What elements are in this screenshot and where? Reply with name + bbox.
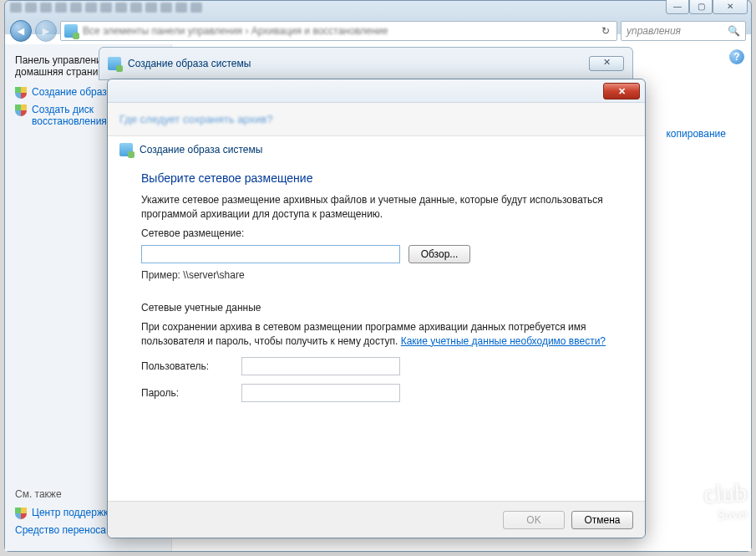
credentials-label: Сетевые учетные данные xyxy=(141,301,611,315)
shield-icon xyxy=(15,105,27,116)
blurred-heading: Где следует сохранять архив? xyxy=(119,113,272,125)
search-icon: 🔍 xyxy=(728,25,740,37)
dialog-intro: Укажите сетевое размещение архивных файл… xyxy=(141,193,611,222)
ok-button[interactable]: OK xyxy=(503,511,565,529)
right-link[interactable]: копирование xyxy=(666,128,726,140)
breadcrumb: Все элементы панели управления › Архивац… xyxy=(83,25,388,37)
wizard-window-behind: Создание образа системы ✕ xyxy=(99,47,633,80)
username-label: Пользователь: xyxy=(141,360,241,372)
browse-button[interactable]: Обзор... xyxy=(408,245,470,263)
search-input[interactable]: управления 🔍 xyxy=(621,21,746,41)
dialog-footer: OK Отмена xyxy=(108,501,645,538)
credentials-intro: При сохранении архива в сетевом размещен… xyxy=(141,320,611,349)
shield-icon xyxy=(15,87,27,99)
search-placeholder: управления xyxy=(627,25,681,37)
sidebar-item-label: Центр поддержки xyxy=(32,507,114,518)
system-image-icon xyxy=(108,57,121,70)
maximize-button[interactable]: ▢ xyxy=(689,0,713,14)
dialog-subtitle: Создание образа системы xyxy=(140,144,262,156)
taskbar-blur xyxy=(5,1,751,14)
close-button[interactable]: ✕ xyxy=(713,0,748,14)
help-button[interactable]: ? xyxy=(729,49,744,64)
forward-button[interactable]: ► xyxy=(35,20,57,42)
dialog-body: Выберите сетевое размещение Укажите сете… xyxy=(108,156,645,501)
control-panel-icon xyxy=(64,24,78,38)
dialog-subheader-blur: Где следует сохранять архив? xyxy=(108,103,645,136)
password-input[interactable] xyxy=(241,384,400,402)
cancel-button[interactable]: Отмена xyxy=(571,511,633,529)
address-bar[interactable]: Все элементы панели управления › Архивац… xyxy=(60,21,617,41)
close-button-behind[interactable]: ✕ xyxy=(589,56,624,71)
dialog-heading: Выберите сетевое размещение xyxy=(141,171,611,185)
shield-icon xyxy=(15,508,27,519)
dialog-subtitle-row: Создание образа системы xyxy=(108,136,645,156)
network-location-dialog: ✕ Где следует сохранять архив? Создание … xyxy=(107,79,646,538)
outer-titlebar: — ▢ ✕ xyxy=(5,1,751,18)
minimize-button[interactable]: — xyxy=(666,0,689,14)
dialog-titlebar[interactable]: ✕ xyxy=(108,79,645,103)
password-label: Пароль: xyxy=(141,387,241,399)
network-location-input[interactable] xyxy=(141,245,400,263)
dialog-close-button[interactable]: ✕ xyxy=(603,83,640,99)
location-example: Пример: \\server\share xyxy=(141,268,611,283)
username-input[interactable] xyxy=(241,357,400,375)
location-label: Сетевое размещение: xyxy=(141,227,611,241)
credentials-help-link[interactable]: Какие учетные данные необходимо ввести? xyxy=(401,335,606,347)
refresh-icon[interactable]: ↻ xyxy=(598,25,613,37)
back-button[interactable]: ◄ xyxy=(10,20,32,42)
system-image-icon xyxy=(119,143,133,156)
nav-row: ◄ ► Все элементы панели управления › Арх… xyxy=(5,18,751,44)
wizard-title-behind: Создание образа системы xyxy=(128,58,251,69)
